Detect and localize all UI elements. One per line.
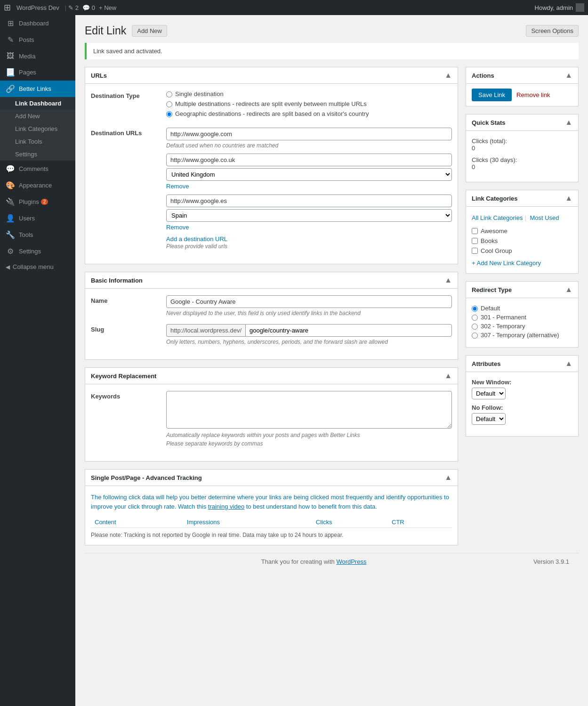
no-follow-label: No Follow: (472, 404, 572, 411)
radio-geographic-input[interactable] (166, 111, 172, 117)
sidebar-item-settings[interactable]: ⚙ Settings (0, 243, 75, 260)
slug-input[interactable] (245, 324, 452, 337)
keyword-toggle[interactable]: ▲ (444, 372, 452, 380)
sidebar-item-plugins[interactable]: 🔌 Plugins 2 (0, 194, 75, 210)
clicks-total-label: Clicks (total): (472, 138, 572, 145)
actions-title: Actions (472, 72, 494, 79)
name-label: Name (91, 295, 166, 316)
training-video-link[interactable]: training video (208, 503, 244, 510)
link-categories-toggle[interactable]: ▲ (565, 194, 572, 203)
redirect-302-input[interactable] (472, 324, 478, 330)
remove-link-button[interactable]: Remove link (516, 91, 550, 98)
default-url-input[interactable] (166, 128, 452, 140)
redirect-default[interactable]: Default (472, 305, 572, 312)
name-row: Name Never displayed to the user, this f… (91, 295, 452, 316)
screen-options-button[interactable]: Screen Options (526, 25, 579, 37)
sidebar-item-appearance[interactable]: 🎨 Appearance (0, 177, 75, 194)
keyword-title: Keyword Replacement (91, 373, 156, 380)
redirect-301[interactable]: 301 - Permanent (472, 314, 572, 321)
redirect-307-input[interactable] (472, 333, 478, 339)
sidebar-item-posts[interactable]: ✎ Posts (0, 32, 75, 48)
submenu-link-tools[interactable]: Link Tools (0, 135, 75, 148)
plugins-icon: 🔌 (6, 197, 15, 206)
es-url-input[interactable] (166, 195, 452, 207)
uk-url-input[interactable] (166, 154, 452, 166)
link-categories-header: Link Categories ▲ (466, 190, 578, 207)
valid-urls-hint: Please provide valid urls (166, 243, 227, 250)
sidebar-item-media[interactable]: 🖼 Media (0, 48, 75, 64)
actions-postbox: Actions ▲ Save Link Remove link (466, 67, 579, 106)
sidebar-item-better-links[interactable]: 🔗 Better Links (0, 81, 75, 97)
submenu-add-new[interactable]: Add New (0, 110, 75, 122)
keyword-header: Keyword Replacement ▲ (85, 368, 458, 384)
urls-postbox-header: URLs ▲ (85, 67, 458, 84)
sidebar-item-comments[interactable]: 💬 Comments (0, 161, 75, 177)
redirect-307[interactable]: 307 - Temporary (alternative) (472, 332, 572, 339)
destination-type-row: Destination Type Single destination Mult… (91, 90, 452, 120)
actions-toggle[interactable]: ▲ (565, 71, 572, 80)
media-icon: 🖼 (6, 52, 15, 60)
quick-stats-toggle[interactable]: ▲ (565, 118, 572, 127)
redirect-302[interactable]: 302 - Temporary (472, 323, 572, 330)
tracking-toggle[interactable]: ▲ (444, 473, 452, 482)
redirect-default-input[interactable] (472, 306, 478, 312)
save-link-button[interactable]: Save Link (472, 89, 512, 101)
radio-geographic[interactable]: Geographic destinations - redirects are … (166, 110, 452, 117)
page-header: Edit Link Add New Screen Options (85, 24, 579, 37)
cat-awesome-label: Awesome (481, 227, 507, 235)
tab-all-categories[interactable]: All Link Categories (472, 213, 523, 222)
radio-single-input[interactable] (166, 91, 172, 97)
submenu-settings[interactable]: Settings (0, 148, 75, 161)
content-layout: URLs ▲ Destination Type Single destinati… (85, 67, 579, 553)
new-window-select[interactable]: Default (472, 388, 506, 399)
submenu-link-dashboard[interactable]: Link Dashboard (0, 97, 75, 110)
collapse-menu-item[interactable]: ◀ Collapse menu (0, 260, 75, 274)
redirect-type-toggle[interactable]: ▲ (565, 285, 572, 294)
radio-multiple[interactable]: Multiple destinations - redirects are sp… (166, 100, 452, 107)
name-hint: Never displayed to the user, this field … (166, 310, 452, 316)
basic-info-toggle[interactable]: ▲ (444, 276, 452, 284)
tab-most-used[interactable]: Most Used (523, 213, 559, 222)
wordpress-link[interactable]: WordPress (336, 558, 366, 565)
remove-es-link[interactable]: Remove (166, 224, 189, 231)
slug-prefix: http://local.wordpress.dev/ (166, 324, 245, 337)
no-follow-select[interactable]: Default (472, 413, 506, 425)
uk-country-select[interactable]: United Kingdom (166, 168, 452, 181)
name-input[interactable] (166, 295, 452, 308)
urls-toggle-button[interactable]: ▲ (444, 71, 452, 80)
sidebar-item-dashboard[interactable]: ⊞ Dashboard (0, 15, 75, 32)
clicks-30-value: 0 (472, 163, 572, 170)
es-dest-group: Spain Remove (166, 195, 452, 231)
add-destination-link[interactable]: Add a destination URL (166, 235, 227, 243)
actions-header: Actions ▲ (466, 67, 578, 84)
es-country-row: Spain (166, 209, 452, 222)
cat-awesome-checkbox[interactable] (472, 228, 478, 234)
add-new-category-link[interactable]: + Add New Link Category (472, 260, 572, 267)
add-new-button[interactable]: Add New (132, 25, 167, 37)
new-item-link[interactable]: + New (99, 4, 116, 11)
redirect-type-header: Redirect Type ▲ (466, 282, 578, 298)
tracking-title: Single Post/Page - Advanced Tracking (91, 474, 202, 481)
users-icon: 👤 (6, 214, 15, 223)
sidebar-item-pages[interactable]: 📃 Pages (0, 64, 75, 81)
keywords-textarea[interactable] (166, 391, 452, 429)
redirect-301-input[interactable] (472, 315, 478, 321)
plugins-badge: 2 (41, 199, 48, 205)
destination-type-label: Destination Type (91, 90, 166, 120)
radio-multiple-input[interactable] (166, 101, 172, 107)
submenu-link-categories[interactable]: Link Categories (0, 122, 75, 135)
es-country-select[interactable]: Spain (166, 209, 452, 222)
destination-urls-control: Default used when no countries are match… (166, 128, 452, 250)
cat-books-checkbox[interactable] (472, 238, 478, 244)
cat-cool-group-checkbox[interactable] (472, 248, 478, 254)
keyword-postbox: Keyword Replacement ▲ Keywords Automatic… (85, 367, 458, 462)
default-url-hint: Default used when no countries are match… (166, 142, 452, 149)
sidebar-item-users[interactable]: 👤 Users (0, 210, 75, 227)
attributes-toggle[interactable]: ▲ (565, 359, 572, 368)
sidebar-item-tools[interactable]: 🔧 Tools (0, 227, 75, 243)
col-impressions: Impressions (183, 517, 312, 528)
remove-uk-link[interactable]: Remove (166, 183, 189, 190)
urls-postbox: URLs ▲ Destination Type Single destinati… (85, 67, 458, 264)
site-name-link[interactable]: WordPress Dev (13, 4, 63, 11)
radio-single[interactable]: Single destination (166, 90, 452, 97)
